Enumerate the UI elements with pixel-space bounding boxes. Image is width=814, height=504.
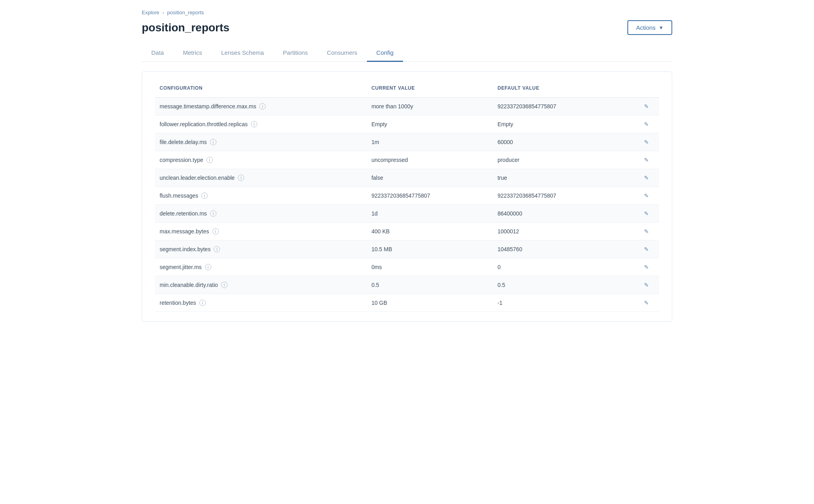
page-header: position_reports Actions ▼	[142, 20, 672, 35]
tab-data[interactable]: Data	[142, 44, 174, 62]
edit-icon[interactable]: ✎	[642, 155, 650, 165]
info-icon[interactable]: i	[210, 139, 216, 145]
default-value: 60000	[493, 133, 634, 151]
info-icon[interactable]: i	[201, 192, 208, 199]
default-value: 9223372036854775807	[493, 187, 634, 205]
table-row: segment.index.bytes i 10.5 MB10485760✎	[155, 240, 659, 258]
current-value: more than 1000y	[366, 98, 493, 115]
edit-icon[interactable]: ✎	[642, 173, 650, 183]
table-row: delete.retention.ms i 1d86400000✎	[155, 205, 659, 223]
col-header-current: CURRENT VALUE	[366, 81, 493, 98]
col-header-config: CONFIGURATION	[155, 81, 366, 98]
config-name: compression.type	[160, 157, 203, 163]
current-value: uncompressed	[366, 151, 493, 169]
edit-icon[interactable]: ✎	[642, 209, 650, 218]
table-row: retention.bytes i 10 GB-1✎	[155, 294, 659, 312]
config-card: CONFIGURATION CURRENT VALUE DEFAULT VALU…	[142, 71, 672, 322]
config-table: CONFIGURATION CURRENT VALUE DEFAULT VALU…	[155, 81, 659, 312]
edit-icon[interactable]: ✎	[642, 298, 650, 308]
breadcrumb: Explore › position_reports	[142, 10, 672, 15]
table-row: segment.jitter.ms i 0ms0✎	[155, 258, 659, 276]
info-icon[interactable]: i	[205, 264, 211, 270]
table-row: compression.type i uncompressedproducer✎	[155, 151, 659, 169]
table-row: file.delete.delay.ms i 1m60000✎	[155, 133, 659, 151]
edit-icon[interactable]: ✎	[642, 280, 650, 290]
info-icon[interactable]: i	[259, 103, 266, 110]
default-value: -1	[493, 294, 634, 312]
breadcrumb-parent[interactable]: Explore	[142, 10, 159, 15]
config-name: message.timestamp.difference.max.ms	[160, 103, 256, 110]
breadcrumb-current: position_reports	[167, 10, 204, 15]
tabs-nav: Data Metrics Lenses Schema Partitions Co…	[142, 44, 672, 62]
actions-button[interactable]: Actions ▼	[627, 20, 672, 35]
edit-icon[interactable]: ✎	[642, 102, 650, 111]
default-value: 10485760	[493, 240, 634, 258]
config-name: delete.retention.ms	[160, 210, 207, 217]
info-icon[interactable]: i	[212, 228, 219, 235]
table-row: flush.messages i 92233720368547758079223…	[155, 187, 659, 205]
info-icon[interactable]: i	[214, 246, 220, 252]
edit-icon[interactable]: ✎	[642, 227, 650, 236]
default-value: 9223372036854775807	[493, 98, 634, 115]
info-icon[interactable]: i	[238, 175, 244, 181]
current-value: 1d	[366, 205, 493, 223]
edit-icon[interactable]: ✎	[642, 137, 650, 147]
current-value: 10 GB	[366, 294, 493, 312]
current-value: false	[366, 169, 493, 187]
table-row: unclean.leader.election.enable i falsetr…	[155, 169, 659, 187]
info-icon[interactable]: i	[221, 282, 228, 288]
col-header-action	[634, 81, 659, 98]
default-value: Empty	[493, 115, 634, 133]
table-row: min.cleanable.dirty.ratio i 0.50.5✎	[155, 276, 659, 294]
current-value: 400 KB	[366, 223, 493, 240]
default-value: 0	[493, 258, 634, 276]
info-icon[interactable]: i	[210, 210, 216, 217]
breadcrumb-separator: ›	[162, 10, 164, 15]
edit-icon[interactable]: ✎	[642, 244, 650, 254]
config-name: segment.jitter.ms	[160, 264, 202, 270]
tab-config[interactable]: Config	[367, 44, 403, 62]
config-name: flush.messages	[160, 192, 198, 199]
edit-icon[interactable]: ✎	[642, 191, 650, 200]
info-icon[interactable]: i	[199, 300, 206, 306]
table-row: follower.replication.throttled.replicas …	[155, 115, 659, 133]
default-value: 1000012	[493, 223, 634, 240]
default-value: producer	[493, 151, 634, 169]
info-icon[interactable]: i	[206, 157, 213, 163]
current-value: 1m	[366, 133, 493, 151]
config-name: follower.replication.throttled.replicas	[160, 121, 248, 127]
table-row: message.timestamp.difference.max.ms i mo…	[155, 98, 659, 115]
tab-partitions[interactable]: Partitions	[274, 44, 318, 62]
config-name: segment.index.bytes	[160, 246, 210, 252]
config-name: max.message.bytes	[160, 228, 209, 235]
current-value: 10.5 MB	[366, 240, 493, 258]
current-value: Empty	[366, 115, 493, 133]
tab-lenses-schema[interactable]: Lenses Schema	[212, 44, 274, 62]
config-name: file.delete.delay.ms	[160, 139, 207, 145]
col-header-default: DEFAULT VALUE	[493, 81, 634, 98]
tab-consumers[interactable]: Consumers	[317, 44, 367, 62]
config-name: unclean.leader.election.enable	[160, 175, 235, 181]
chevron-down-icon: ▼	[659, 25, 664, 31]
tab-metrics[interactable]: Metrics	[174, 44, 212, 62]
default-value: true	[493, 169, 634, 187]
current-value: 9223372036854775807	[366, 187, 493, 205]
edit-icon[interactable]: ✎	[642, 119, 650, 129]
current-value: 0.5	[366, 276, 493, 294]
default-value: 86400000	[493, 205, 634, 223]
default-value: 0.5	[493, 276, 634, 294]
edit-icon[interactable]: ✎	[642, 262, 650, 272]
info-icon[interactable]: i	[251, 121, 257, 127]
config-name: retention.bytes	[160, 300, 196, 306]
page-title: position_reports	[142, 21, 230, 34]
current-value: 0ms	[366, 258, 493, 276]
config-name: min.cleanable.dirty.ratio	[160, 282, 218, 288]
table-row: max.message.bytes i 400 KB1000012✎	[155, 223, 659, 240]
